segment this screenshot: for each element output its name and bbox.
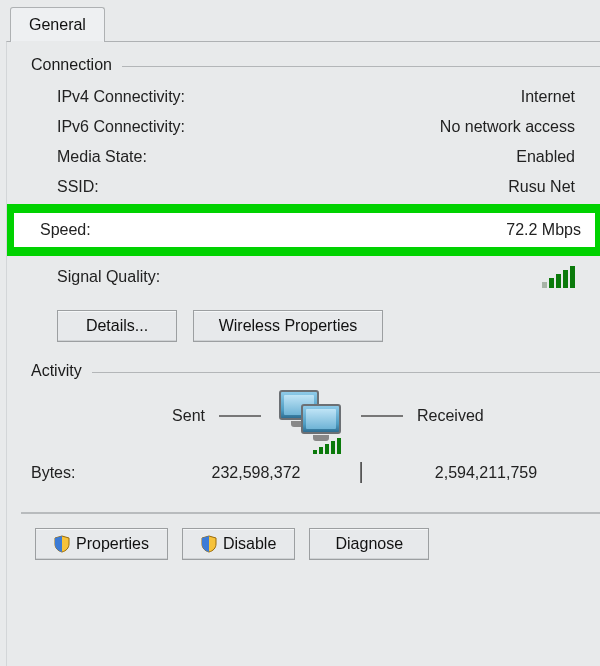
row-ipv6: IPv6 Connectivity: No network access <box>57 112 577 142</box>
connection-group-title: Connection <box>31 56 112 74</box>
shield-icon <box>54 535 70 553</box>
disable-button[interactable]: Disable <box>182 528 295 560</box>
properties-button-label: Properties <box>76 535 149 553</box>
ipv6-value: No network access <box>440 118 577 136</box>
signal-quality-value <box>542 266 577 288</box>
divider-line <box>92 372 600 373</box>
activity-sent-label: Sent <box>65 407 205 425</box>
row-signal-quality: Signal Quality: <box>57 262 577 292</box>
diagnose-button[interactable]: Diagnose <box>309 528 429 560</box>
properties-button[interactable]: Properties <box>35 528 168 560</box>
row-ssid: SSID: Rusu Net <box>57 172 577 202</box>
dash-right-icon <box>361 415 403 417</box>
computers-icon <box>275 388 347 444</box>
speed-highlight: Speed: 72.2 Mbps <box>6 204 600 256</box>
tab-general-label: General <box>29 16 86 33</box>
ssid-label: SSID: <box>57 178 99 196</box>
speed-highlight-box: Speed: 72.2 Mbps <box>6 204 600 256</box>
ssid-value: Rusu Net <box>508 178 577 196</box>
connection-kv-list-2: Signal Quality: <box>57 262 577 292</box>
bytes-received-value: 2,594,211,759 <box>381 464 591 482</box>
status-dialog: General Connection IPv4 Connectivity: In… <box>0 0 600 666</box>
connection-buttons: Details... Wireless Properties <box>57 310 600 342</box>
bytes-row: Bytes: 232,598,372 | 2,594,211,759 <box>31 460 591 486</box>
bytes-sent-value: 232,598,372 <box>171 464 341 482</box>
activity-group: Activity Sent Received <box>31 362 600 486</box>
activity-received-label: Received <box>417 407 557 425</box>
row-media-state: Media State: Enabled <box>57 142 577 172</box>
horizontal-divider <box>21 512 600 514</box>
connection-kv-list: IPv4 Connectivity: Internet IPv6 Connect… <box>57 82 577 202</box>
connection-group-header: Connection <box>31 56 600 74</box>
ipv4-value: Internet <box>521 88 577 106</box>
ipv6-label: IPv6 Connectivity: <box>57 118 185 136</box>
bytes-separator: | <box>341 458 381 484</box>
bytes-label: Bytes: <box>31 464 171 482</box>
details-button-label: Details... <box>86 317 148 335</box>
row-ipv4: IPv4 Connectivity: Internet <box>57 82 577 112</box>
wireless-properties-button-label: Wireless Properties <box>219 317 358 335</box>
speed-value: 72.2 Mbps <box>506 221 583 239</box>
media-state-value: Enabled <box>516 148 577 166</box>
speed-label: Speed: <box>40 221 91 239</box>
general-panel: Connection IPv4 Connectivity: Internet I… <box>6 41 600 666</box>
disable-button-label: Disable <box>223 535 276 553</box>
divider-line <box>122 66 600 67</box>
tab-strip: General <box>10 4 105 42</box>
activity-group-header: Activity <box>31 362 600 380</box>
row-speed: Speed: 72.2 Mbps <box>40 221 589 239</box>
ipv4-label: IPv4 Connectivity: <box>57 88 185 106</box>
dash-left-icon <box>219 415 261 417</box>
details-button[interactable]: Details... <box>57 310 177 342</box>
shield-icon <box>201 535 217 553</box>
activity-graphic: Sent Received <box>31 388 591 444</box>
bottom-button-row: Properties Disable Diagnose <box>35 528 600 560</box>
wireless-properties-button[interactable]: Wireless Properties <box>193 310 383 342</box>
activity-group-title: Activity <box>31 362 82 380</box>
tab-general[interactable]: General <box>10 7 105 42</box>
diagnose-button-label: Diagnose <box>335 535 403 553</box>
media-state-label: Media State: <box>57 148 147 166</box>
signal-quality-label: Signal Quality: <box>57 268 160 286</box>
signal-bars-icon <box>542 266 575 288</box>
